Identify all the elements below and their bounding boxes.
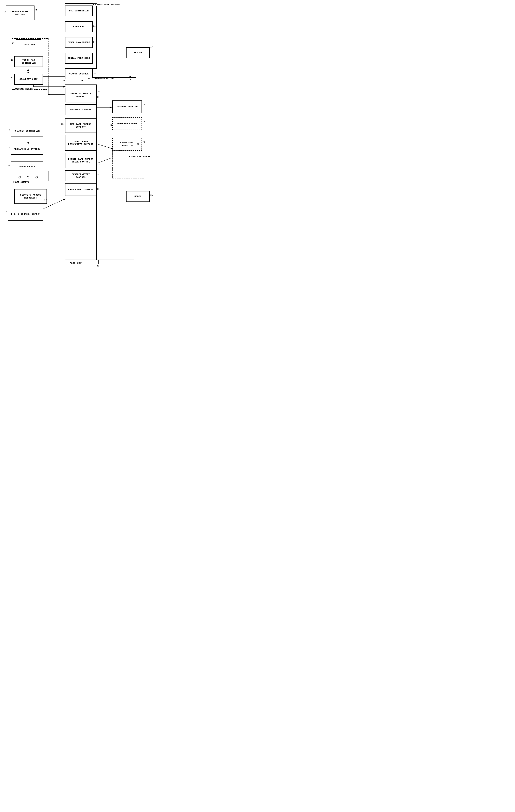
lcd-ref: 12 <box>4 11 6 13</box>
mag-card-support-box: MAG-CARD READER SUPPORT <box>65 118 97 133</box>
hybrid-card-18: 18 <box>137 143 139 145</box>
power-supply-box: POWER SUPPLY <box>11 162 43 172</box>
core-cpu-box: CORE CPU <box>65 21 92 32</box>
svg-point-42 <box>36 176 38 178</box>
rechargeable-battery-box: RECHARGABLE BATTERY <box>11 144 43 154</box>
smart-card-support-box: SMART CARD READ/WRITE SUPPORT <box>65 135 97 151</box>
security-chip-box: SECURITY CHIP <box>15 74 43 85</box>
bus-label: DATA/ADDRESS/CONTROL BUS <box>66 78 136 80</box>
touch-pad-controller-box: TOUCH PAD CONTROLLER <box>15 56 43 67</box>
serial-port-box: SERIAL PORT SDLC <box>65 53 92 64</box>
svg-marker-47 <box>129 75 131 78</box>
power-battery-box: POWER/BATTERY CONTROL <box>65 170 97 181</box>
security-chip-ref: 17 <box>11 77 13 79</box>
printer-support-box: PRINTER SUPPORT <box>65 105 97 115</box>
serial-port-ref: 27 <box>93 57 96 59</box>
asic-ref: 23 <box>97 265 99 267</box>
memory-control-ref: 28 <box>93 72 96 75</box>
lcd-controller-ref: 24 <box>93 12 96 14</box>
charger-controller-box: CHARGER CONTROLLER <box>11 126 43 137</box>
touch-pad-ref: 13 <box>12 42 14 45</box>
thermal-printer-ref: 14 <box>142 104 145 106</box>
data-comm-ref: 35 <box>97 188 100 190</box>
svg-point-41 <box>27 176 29 178</box>
diagram: ADVANCED RISC MACHINE LCD CONTROLLER 24 … <box>0 0 178 280</box>
thermal-printer-box: THERMAL PRINTER <box>112 100 142 113</box>
security-access-ref: 37 <box>44 199 47 201</box>
svg-line-26 <box>97 144 112 149</box>
id-config-ref: 36 <box>4 211 7 213</box>
modem-ref: 21 <box>151 194 153 196</box>
power-mgmt-box: POWER MANAGEMENT <box>65 37 92 48</box>
smart-card-connector-ref: 20 <box>142 141 145 143</box>
printer-support-ref30: 30 <box>97 96 100 98</box>
ref-15: 15 <box>63 80 65 82</box>
mag-card-reader-box: MAG-CARD READER <box>112 117 142 130</box>
charger-controller-ref: 40 <box>7 129 10 131</box>
power-mgmt-ref: 26 <box>93 41 96 43</box>
smart-card-support-ref: 32 <box>61 141 63 143</box>
memory-ref: 42 <box>151 46 153 49</box>
lcd-box: LIQUID CRYSTAL DISPLAY <box>6 5 34 20</box>
hybrid-card-drive-box: HYBRID CARD READER DRIVE CONTROL <box>65 153 97 168</box>
power-outputs-label: POWER OUTPUTS <box>13 181 29 183</box>
arm-label: ADVANCED RISC MACHINE <box>92 4 120 6</box>
lcd-controller-box: LCD CONTROLLER <box>65 5 92 16</box>
svg-marker-20 <box>27 72 29 74</box>
power-battery-ref: 34 <box>97 174 100 176</box>
mag-card-support-ref: 31 <box>61 123 63 125</box>
touch-pad-controller-ref: 16 <box>11 59 13 61</box>
security-module-support-ref: 29 <box>97 91 100 93</box>
security-access-box: SECURITY ACCESS MODULE(s) <box>15 189 47 204</box>
hybrid-card-drive-ref: 33 <box>97 164 100 166</box>
power-supply-ref: 30 <box>7 165 10 167</box>
mag-card-reader-ref: 19 <box>142 120 145 123</box>
asic-chip-label: ASIC CHIP <box>70 262 82 264</box>
touch-pad-box: TOUCH PAD <box>16 39 42 50</box>
svg-line-27 <box>97 157 112 164</box>
id-config-box: I.D. & CONFIG. EEPROM <box>8 208 43 221</box>
hybrid-card-label: HYBRID CARD READER <box>129 155 151 158</box>
security-module-support-box: SECURITY MODULE SUPPORT <box>65 88 97 103</box>
security-module-label: SECURITY MODULE <box>15 88 32 90</box>
core-cpu-ref: 25 <box>93 25 96 27</box>
rechargeable-battery-ref: 38 <box>7 147 10 149</box>
data-comm-box: DATA COMM. CONTROL <box>65 183 97 196</box>
modem-box: MODEM <box>126 191 150 202</box>
svg-point-40 <box>19 176 21 178</box>
ref-41: 41 <box>130 78 132 81</box>
memory-box: MEMORY <box>126 47 150 58</box>
svg-marker-19 <box>27 69 29 71</box>
